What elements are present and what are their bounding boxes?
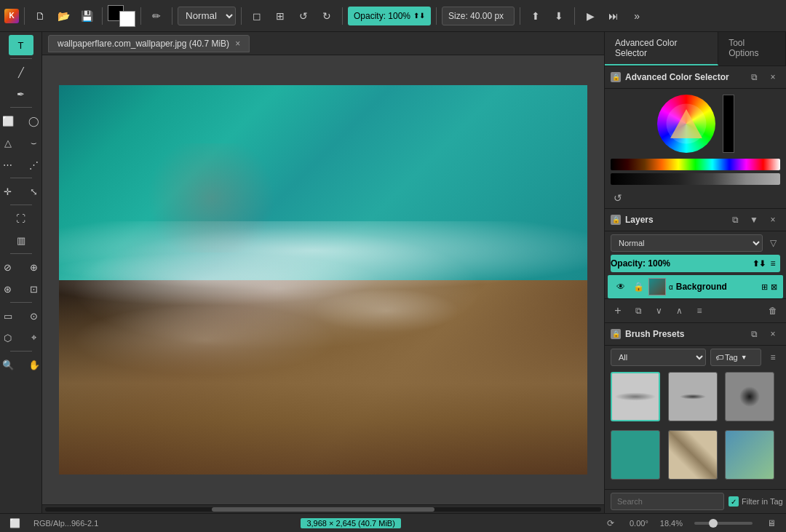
calligraphy-button[interactable]: ✒	[9, 84, 33, 104]
brush-search-input[interactable]	[611, 493, 724, 510]
canvas-close-button[interactable]: ×	[235, 39, 240, 49]
expand-layer-button[interactable]: ∨	[651, 303, 666, 318]
tag-label: Tag	[725, 353, 738, 362]
layer-visibility-button[interactable]: 👁	[614, 279, 628, 294]
undo-button[interactable]: ↺	[293, 6, 314, 26]
smart-patch-button[interactable]: ⊛	[0, 279, 20, 299]
brush-category-select[interactable]: All	[611, 349, 706, 366]
app-logo: K	[4, 9, 19, 23]
polygon-select-button[interactable]: △	[0, 132, 20, 153]
brush-item-paint[interactable]	[611, 430, 660, 480]
canvas-info-button[interactable]: ⬜	[7, 516, 22, 531]
zoom-tool-button[interactable]: 🔍	[0, 354, 20, 375]
zoom-slider-thumb[interactable]	[709, 519, 718, 528]
size-up-button[interactable]: ⬆	[525, 6, 546, 26]
freehand-select-button[interactable]: ⌣	[22, 132, 43, 153]
rect-shape-button[interactable]: ▭	[0, 306, 20, 326]
size-display[interactable]: Size: 40.00 px	[442, 7, 515, 25]
layers-lock-icon[interactable]: 🔒	[611, 215, 621, 225]
brush-select-button[interactable]: ✏	[146, 6, 167, 26]
more-options-button[interactable]: »	[627, 6, 647, 26]
color-panel-float-button[interactable]: ⧉	[747, 70, 761, 84]
rotation-button[interactable]: ⟳	[603, 516, 618, 531]
layer-item-background[interactable]: 👁 🔒 α Background ⊞ ⊠	[608, 275, 783, 298]
layers-opacity-arrows[interactable]: ⬆⬇	[753, 259, 766, 269]
gradient-button[interactable]: ▥	[9, 230, 33, 250]
layers-close-button[interactable]: ×	[766, 213, 780, 227]
lock-icon[interactable]: 🔒	[611, 72, 621, 82]
color-spectrum-bar[interactable]	[611, 159, 780, 170]
color-swatches[interactable]	[108, 5, 135, 27]
add-layer-button[interactable]: +	[611, 303, 625, 318]
contiguous-select-button[interactable]: ⋰	[22, 154, 43, 175]
tool-sep-7	[10, 351, 32, 352]
layers-filter-icon-btn[interactable]: ▽	[766, 236, 780, 250]
layers-float-button[interactable]: ⧉	[728, 213, 742, 227]
brush-lock-icon[interactable]: 🔒	[611, 329, 621, 339]
filter-in-tag-checkbox[interactable]: ✓	[729, 496, 739, 507]
canvas-tab-item[interactable]: wallpaperflare.com_wallpaper.jpg (40.7 M…	[48, 35, 250, 52]
canvas-image[interactable]	[59, 85, 587, 475]
polygon-shape-button[interactable]: ⬡	[0, 327, 20, 348]
brush-float-button[interactable]: ⧉	[747, 327, 761, 341]
layer-menu-button[interactable]: ≡	[692, 303, 707, 318]
color-refresh-button[interactable]: ↺	[611, 191, 625, 205]
move-tool-button[interactable]: ✛	[0, 181, 20, 202]
opacity-arrows[interactable]: ⬆⬇	[413, 12, 425, 20]
ellipse-shape-button[interactable]: ⊙	[22, 306, 43, 326]
brush-item-watercolor[interactable]	[725, 430, 774, 480]
collapse-layer-button[interactable]: ∧	[672, 303, 686, 318]
canvas-viewport[interactable]	[42, 55, 604, 504]
freehand-brush-button[interactable]: ╱	[9, 62, 33, 82]
brush-view-options-button[interactable]: ≡	[766, 350, 780, 365]
play-button[interactable]: ▶	[580, 6, 600, 26]
opacity-display[interactable]: Opacity: 100% ⬆⬇	[348, 7, 431, 25]
fill-pattern-button[interactable]: ⊞	[270, 6, 290, 26]
text-tool-button[interactable]: T	[9, 35, 33, 55]
layers-filter-button[interactable]: ▼	[747, 213, 761, 227]
color-panel-title: Advanced Color Selector	[625, 72, 742, 82]
path-select-button[interactable]: ⋯	[0, 154, 20, 175]
eraser-button[interactable]: ◻	[247, 6, 267, 26]
color-panel-close-button[interactable]: ×	[766, 70, 780, 84]
scrollbar-track-h[interactable]	[45, 507, 601, 512]
canvas-scrollbar-h[interactable]	[42, 504, 604, 513]
layers-menu-icon[interactable]: ≡	[766, 256, 780, 271]
redo-button[interactable]: ↻	[317, 6, 337, 26]
brush-close-button[interactable]: ×	[766, 327, 780, 341]
new-file-button[interactable]: 🗋	[30, 6, 50, 26]
color-wheel[interactable]	[657, 95, 715, 153]
rect-select-button[interactable]: ⬜	[0, 111, 20, 131]
copy-layer-button[interactable]: ⧉	[631, 303, 646, 318]
background-color-swatch[interactable]	[119, 11, 135, 27]
brush-item-chalk[interactable]	[611, 372, 660, 421]
fill-button[interactable]: ⊕	[22, 257, 43, 277]
tool-options-tab[interactable]: Tool Options	[718, 32, 786, 65]
clone-button[interactable]: ⊡	[22, 279, 43, 299]
brush-item-pencil[interactable]	[668, 430, 718, 480]
color-panel-swatch[interactable]	[723, 95, 734, 153]
pan-tool-button[interactable]: ✋	[22, 354, 43, 375]
monitor-button[interactable]: 🖥	[764, 516, 779, 531]
save-file-button[interactable]: 💾	[76, 6, 97, 26]
layer-lock-button[interactable]: 🔒	[631, 279, 646, 294]
layers-blend-mode-select[interactable]: Normal	[611, 234, 763, 252]
ellipse-select-button[interactable]: ◯	[22, 111, 43, 131]
brush-item-soft[interactable]	[668, 372, 718, 421]
crop-button[interactable]: ⛶	[9, 208, 33, 229]
open-file-button[interactable]: 📂	[53, 6, 74, 26]
color-dark-bar[interactable]	[611, 173, 780, 185]
advanced-color-selector-tab[interactable]: Advanced Color Selector	[605, 32, 718, 65]
brush-item-ink[interactable]	[725, 372, 774, 421]
brush-tag-select[interactable]: 🏷 Tag ▼	[710, 349, 761, 366]
color-picker-button[interactable]: ⊘	[0, 257, 20, 277]
transform-button[interactable]: ⤡	[22, 181, 43, 202]
scrollbar-thumb-h[interactable]	[212, 507, 434, 512]
blend-mode-select[interactable]: Normal	[178, 7, 236, 25]
delete-layer-button[interactable]: 🗑	[766, 303, 780, 318]
size-down-button[interactable]: ⬇	[549, 6, 569, 26]
path-shape-button[interactable]: ⌖	[22, 327, 43, 348]
layers-opacity-bar[interactable]: Opacity: 100% ⬆⬇ ≡	[611, 255, 780, 272]
zoom-slider[interactable]	[694, 522, 753, 525]
end-button[interactable]: ⏭	[603, 6, 624, 26]
